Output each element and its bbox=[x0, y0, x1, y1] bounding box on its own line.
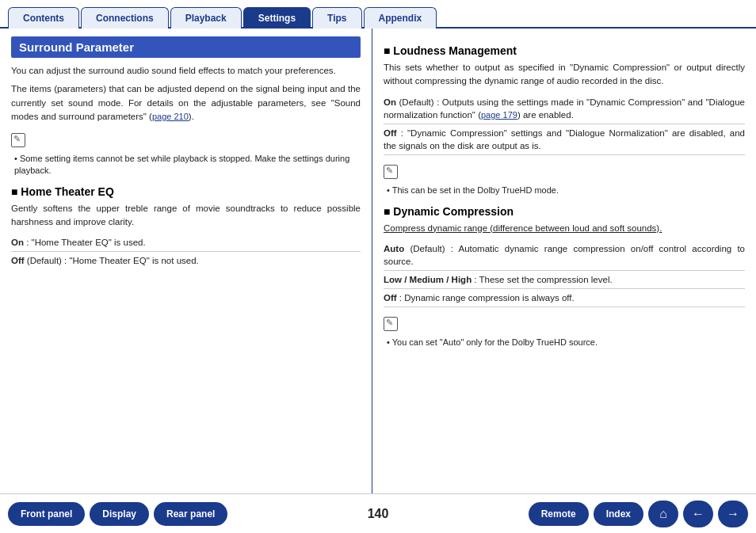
right-panel: Loudness Management This sets whether to… bbox=[372, 29, 756, 493]
tab-contents[interactable]: Contents bbox=[8, 7, 79, 29]
dc-auto-text: (Default) : Automatic dynamic range comp… bbox=[384, 244, 745, 266]
bottom-right-nav: Remote Index ⌂ ← → bbox=[529, 501, 748, 527]
loudness-row-off: Off : "Dynamic Compression" settings and… bbox=[384, 124, 745, 155]
page-210-link[interactable]: page 210 bbox=[152, 112, 189, 121]
home-theater-eq-desc: Gently softens the upper treble range of… bbox=[11, 202, 361, 230]
loudness-on-end: ) are enabled. bbox=[517, 110, 574, 120]
dc-note: • You can set "Auto" only for the Dolby … bbox=[387, 337, 745, 348]
page-179-link[interactable]: page 179 bbox=[481, 110, 517, 120]
eq-row-off: Off (Default) : "Home Theater EQ" is not… bbox=[11, 252, 361, 269]
front-panel-button[interactable]: Front panel bbox=[8, 502, 85, 526]
intro-text-1: You can adjust the surround audio sound … bbox=[11, 64, 361, 78]
dc-levels-text: : These set the compression level. bbox=[472, 275, 613, 284]
dc-row-off: Off : Dynamic range compression is alway… bbox=[384, 289, 745, 307]
eq-on-text: : "Home Theater EQ" is used. bbox=[24, 238, 146, 247]
loudness-desc: This sets whether to output as specified… bbox=[384, 61, 745, 89]
dc-levels-label: Low / Medium / High bbox=[384, 275, 472, 284]
tabs-bar: Contents Connections Playback Settings T… bbox=[0, 0, 756, 29]
left-panel: Surround Parameter You can adjust the su… bbox=[0, 29, 372, 493]
tab-connections[interactable]: Connections bbox=[81, 7, 169, 29]
loudness-title: Loudness Management bbox=[384, 44, 745, 57]
back-button[interactable]: ← bbox=[683, 501, 713, 527]
eq-row-on: On : "Home Theater EQ" is used. bbox=[11, 234, 361, 252]
dc-off-text: : Dynamic range compression is always of… bbox=[397, 293, 575, 303]
loudness-off-text: : "Dynamic Compression" settings and "Di… bbox=[384, 128, 745, 150]
bottom-left-nav: Front panel Display Rear panel bbox=[8, 502, 227, 526]
tab-appendix[interactable]: Appendix bbox=[364, 7, 437, 29]
bottom-bar: Front panel Display Rear panel 140 Remot… bbox=[0, 493, 756, 533]
tab-settings[interactable]: Settings bbox=[243, 7, 311, 29]
home-theater-eq-title: Home Theater EQ bbox=[11, 185, 361, 198]
loudness-off-label: Off bbox=[384, 128, 397, 138]
forward-button[interactable]: → bbox=[718, 501, 748, 527]
eq-on-label: On bbox=[11, 238, 24, 247]
dc-off-label: Off bbox=[384, 293, 397, 303]
note-text-1: • Some setting items cannot be set while… bbox=[14, 153, 361, 177]
note-icon-dc bbox=[384, 317, 398, 331]
rear-panel-button[interactable]: Rear panel bbox=[154, 502, 227, 526]
note-icon-1 bbox=[11, 133, 25, 147]
dc-row-auto: Auto (Default) : Automatic dynamic range… bbox=[384, 240, 745, 271]
tab-playback[interactable]: Playback bbox=[170, 7, 242, 29]
dynamic-compression-desc: Compress dynamic range (difference betwe… bbox=[384, 222, 745, 235]
loudness-row-on: On (Default) : Outputs using the setting… bbox=[384, 93, 745, 124]
tab-tips[interactable]: Tips bbox=[312, 7, 361, 29]
content-area: Surround Parameter You can adjust the su… bbox=[0, 29, 756, 493]
index-button[interactable]: Index bbox=[594, 502, 643, 526]
remote-button[interactable]: Remote bbox=[529, 502, 589, 526]
dc-auto-label: Auto bbox=[384, 244, 404, 253]
home-button[interactable]: ⌂ bbox=[648, 501, 678, 527]
dc-row-levels: Low / Medium / High : These set the comp… bbox=[384, 271, 745, 289]
eq-off-text: (Default) : "Home Theater EQ" is not use… bbox=[25, 256, 199, 265]
dynamic-compression-title: Dynamic Compression bbox=[384, 205, 745, 218]
loudness-note: • This can be set in the Dolby TrueHD mo… bbox=[387, 185, 745, 196]
intro-text-2: The items (parameters) that can be adjus… bbox=[11, 82, 361, 124]
display-button[interactable]: Display bbox=[90, 502, 149, 526]
section-title: Surround Parameter bbox=[11, 36, 361, 58]
eq-off-label: Off bbox=[11, 256, 25, 265]
intro-text-2-end: ). bbox=[189, 112, 194, 121]
loudness-on-label: On bbox=[384, 97, 396, 107]
page-number: 140 bbox=[360, 507, 397, 521]
note-icon-loudness bbox=[384, 165, 398, 179]
